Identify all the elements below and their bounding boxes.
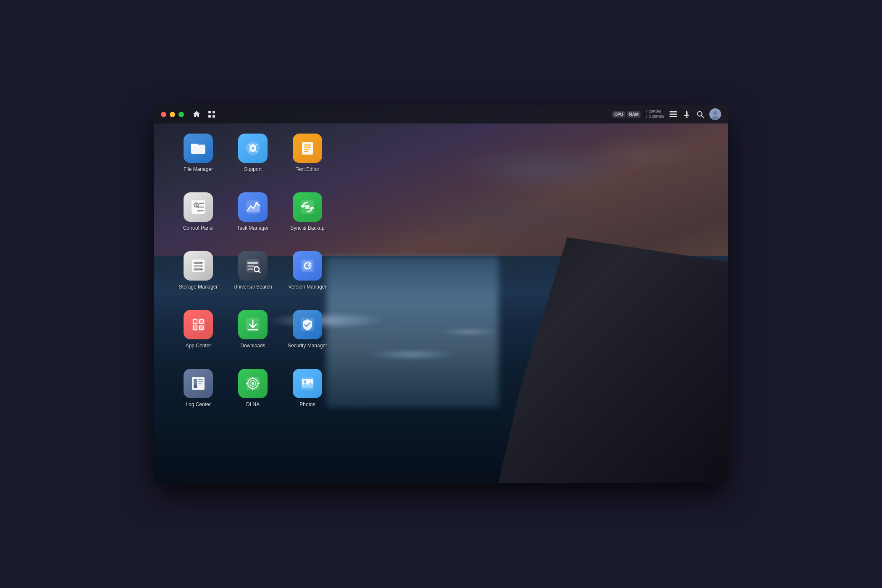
svg-rect-1 [213, 111, 215, 113]
svg-rect-2 [208, 115, 211, 118]
svg-rect-20 [304, 144, 311, 146]
svg-rect-47 [247, 268, 253, 270]
app-icon-file-manager [184, 134, 213, 163]
main-window: CPU RAM ↑ 20KB/s ↓ 2.29KB/s [154, 105, 728, 483]
svg-rect-58 [200, 320, 203, 323]
app-icon-support [238, 134, 268, 163]
app-icon-log-center [184, 369, 213, 398]
notification-button[interactable] [682, 110, 691, 118]
app-label-log-center: Log Center [186, 402, 210, 407]
traffic-lights [161, 112, 184, 117]
svg-point-7 [686, 116, 688, 118]
svg-point-34 [255, 202, 258, 205]
app-icon-sync-backup [293, 192, 322, 222]
maximize-button[interactable] [178, 112, 184, 117]
app-grid-button[interactable] [206, 108, 218, 120]
network-down: ↓ 2.29KB/s [646, 114, 664, 119]
svg-point-32 [197, 210, 199, 212]
app-icon-photos [293, 369, 322, 398]
app-item-app-center[interactable]: App Center [171, 307, 226, 365]
svg-rect-5 [669, 114, 677, 115]
network-stats: ↑ 20KB/s ↓ 2.29KB/s [646, 109, 664, 119]
svg-point-41 [201, 262, 202, 263]
svg-rect-15 [191, 144, 198, 146]
app-label-support: Support [244, 166, 262, 172]
app-item-photos[interactable]: Photos [280, 365, 335, 424]
close-button[interactable] [161, 112, 166, 117]
home-button[interactable] [191, 108, 202, 120]
cpu-badge: CPU [612, 111, 625, 118]
app-item-universal-search[interactable]: Universal Search [226, 248, 280, 307]
svg-rect-22 [304, 149, 310, 150]
svg-point-17 [252, 147, 254, 150]
svg-point-31 [197, 206, 199, 208]
app-item-security-manager[interactable]: Security Manager [280, 307, 335, 365]
app-item-sync-backup[interactable]: Sync & Backup [280, 189, 335, 248]
svg-rect-60 [200, 326, 203, 329]
app-icon-downloads [238, 310, 268, 339]
app-icon-control-panel [184, 192, 213, 222]
app-label-universal-search: Universal Search [234, 284, 272, 290]
app-label-security-manager: Security Manager [288, 343, 327, 349]
svg-rect-3 [213, 115, 215, 118]
svg-rect-19 [302, 142, 313, 155]
svg-rect-36 [305, 205, 310, 209]
app-item-support[interactable]: Support [226, 130, 280, 189]
app-item-log-center[interactable]: Log Center [171, 365, 226, 424]
cpu-ram-monitor: CPU RAM [612, 111, 641, 118]
app-label-downloads: Downloads [240, 343, 265, 349]
svg-rect-66 [194, 385, 197, 388]
svg-rect-14 [191, 145, 205, 154]
svg-rect-21 [304, 147, 311, 148]
app-icon-version-manager [293, 251, 322, 281]
svg-rect-59 [194, 326, 197, 329]
network-up: ↑ 20KB/s [646, 109, 664, 114]
svg-rect-46 [247, 265, 255, 267]
svg-point-43 [201, 269, 202, 270]
svg-point-11 [713, 111, 717, 115]
app-label-control-panel: Control Panel [183, 225, 214, 231]
app-icon-app-center [184, 310, 213, 339]
app-label-photos: Photos [299, 402, 315, 407]
app-item-dlna[interactable]: DLNA [226, 365, 280, 424]
minimize-button[interactable] [170, 112, 175, 117]
app-label-version-manager: Version Manager [289, 284, 327, 290]
svg-rect-0 [208, 111, 211, 113]
ram-badge: RAM [627, 111, 641, 118]
app-icon-text-editor [293, 134, 322, 163]
app-icon-storage-manager [184, 251, 213, 281]
svg-line-9 [701, 116, 704, 118]
menu-button[interactable] [669, 110, 677, 118]
svg-rect-6 [669, 116, 677, 117]
search-button[interactable] [696, 110, 704, 118]
app-label-dlna: DLNA [246, 402, 260, 407]
app-icon-universal-search [238, 251, 268, 281]
svg-point-70 [252, 382, 254, 385]
svg-rect-45 [247, 262, 258, 264]
app-icon-task-manager [238, 192, 268, 222]
app-label-text-editor: Text Editor [296, 166, 320, 172]
app-label-app-center: App Center [186, 343, 211, 349]
app-grid: File Manager Support [171, 130, 335, 424]
svg-point-42 [201, 265, 202, 267]
app-label-storage-manager: Storage Manager [179, 284, 218, 290]
app-icon-security-manager [293, 310, 322, 339]
taskbar: CPU RAM ↑ 20KB/s ↓ 2.29KB/s [154, 105, 728, 123]
svg-line-49 [258, 271, 260, 273]
svg-point-77 [304, 381, 306, 383]
app-item-control-panel[interactable]: Control Panel [171, 189, 226, 248]
app-item-storage-manager[interactable]: Storage Manager [171, 248, 226, 307]
app-item-file-manager[interactable]: File Manager [171, 130, 226, 189]
app-label-task-manager: Task Manager [237, 225, 268, 231]
app-item-downloads[interactable]: Downloads [226, 307, 280, 365]
app-item-task-manager[interactable]: Task Manager [226, 189, 280, 248]
app-item-version-manager[interactable]: Version Manager [280, 248, 335, 307]
app-icon-dlna [238, 369, 268, 398]
app-label-sync-backup: Sync & Backup [290, 225, 324, 231]
app-label-file-manager: File Manager [184, 166, 213, 172]
svg-rect-57 [194, 320, 197, 323]
svg-rect-23 [304, 151, 308, 152]
app-item-text-editor[interactable]: Text Editor [280, 130, 335, 189]
svg-rect-4 [669, 111, 677, 113]
user-avatar[interactable] [709, 108, 721, 120]
